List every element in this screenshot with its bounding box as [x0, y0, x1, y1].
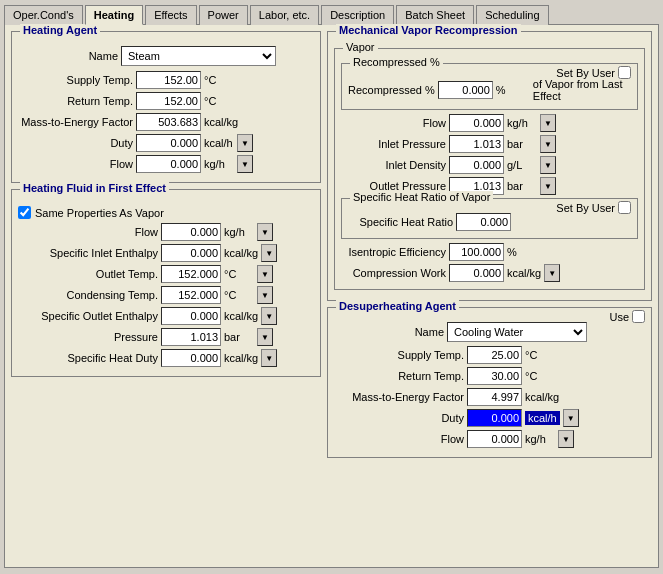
tab-bar: Oper.Cond's Heating Effects Power Labor,…	[0, 0, 663, 24]
duty-spin[interactable]: ▼	[237, 134, 253, 152]
ds-flow-input[interactable]	[467, 430, 522, 448]
inlet-pressure-input[interactable]	[449, 135, 504, 153]
flow-spin[interactable]: ▼	[237, 155, 253, 173]
flow-unit: kg/h	[204, 158, 234, 170]
condensing-temp-row: Condensing Temp. °C ▼	[18, 286, 314, 304]
heating-agent-title: Heating Agent	[20, 24, 100, 36]
spec-heat-spin[interactable]: ▼	[261, 349, 277, 367]
mvr-title: Mechanical Vapor Recompression	[336, 24, 521, 36]
spec-outlet-spin[interactable]: ▼	[261, 307, 277, 325]
condensing-temp-spin[interactable]: ▼	[257, 286, 273, 304]
flow-row: Flow kg/h ▼	[18, 155, 314, 173]
same-props-checkbox[interactable]	[18, 206, 31, 219]
tab-description[interactable]: Description	[321, 5, 394, 25]
return-temp-unit: °C	[204, 95, 234, 107]
tab-operconds[interactable]: Oper.Cond's	[4, 5, 83, 25]
ds-mass-energy-input[interactable]	[467, 388, 522, 406]
ds-return-unit: °C	[525, 370, 555, 382]
mvr-group: Mechanical Vapor Recompression Vapor Rec…	[327, 31, 652, 301]
pressure-input[interactable]	[161, 328, 221, 346]
ds-duty-input[interactable]	[467, 409, 522, 427]
duty-unit: kcal/h	[204, 137, 234, 149]
supply-temp-input[interactable]	[136, 71, 201, 89]
ds-supply-input[interactable]	[467, 346, 522, 364]
outlet-temp-label: Outlet Temp.	[18, 268, 158, 280]
mass-energy-input[interactable]	[136, 113, 201, 131]
spec-heat-ratio-label: Specific Heat Ratio	[348, 216, 453, 228]
spec-inlet-spin[interactable]: ▼	[261, 244, 277, 262]
hf-flow-input[interactable]	[161, 223, 221, 241]
mvr-flow-spin[interactable]: ▼	[540, 114, 556, 132]
outlet-pressure-spin[interactable]: ▼	[540, 177, 556, 195]
outlet-temp-row: Outlet Temp. °C ▼	[18, 265, 314, 283]
spec-inlet-row: Specific Inlet Enthalpy kcal/kg ▼	[18, 244, 314, 262]
main-content: Heating Agent Name Steam Supply Temp. °C…	[4, 24, 659, 568]
spec-outlet-input[interactable]	[161, 307, 221, 325]
pressure-spin[interactable]: ▼	[257, 328, 273, 346]
tab-heating[interactable]: Heating	[85, 5, 143, 25]
tab-effects[interactable]: Effects	[145, 5, 196, 25]
tab-labor[interactable]: Labor, etc.	[250, 5, 319, 25]
duty-label: Duty	[18, 137, 133, 149]
compression-row: Compression Work kcal/kg ▼	[341, 264, 638, 282]
duty-input[interactable]	[136, 134, 201, 152]
flow-label: Flow	[18, 158, 133, 170]
spec-heat-input[interactable]	[161, 349, 221, 367]
supply-temp-row: Supply Temp. °C	[18, 71, 314, 89]
ds-return-label: Return Temp.	[334, 370, 464, 382]
ds-name-select[interactable]: Cooling Water	[447, 322, 587, 342]
hf-flow-spin[interactable]: ▼	[257, 223, 273, 241]
inlet-pressure-spin[interactable]: ▼	[540, 135, 556, 153]
spec-outlet-label: Specific Outlet Enthalpy	[18, 310, 158, 322]
ds-name-row: Name Cooling Water	[334, 322, 645, 342]
ds-flow-row: Flow kg/h ▼	[334, 430, 645, 448]
ds-duty-spin[interactable]: ▼	[563, 409, 579, 427]
tab-batchsheet[interactable]: Batch Sheet	[396, 5, 474, 25]
recompressed-input[interactable]	[438, 81, 493, 99]
right-panel: Mechanical Vapor Recompression Vapor Rec…	[327, 31, 652, 561]
spec-heat-set-by-user-checkbox[interactable]	[618, 201, 631, 214]
heating-agent-name-select[interactable]: Steam	[121, 46, 276, 66]
mvr-flow-input[interactable]	[449, 114, 504, 132]
return-temp-label: Return Temp.	[18, 95, 133, 107]
return-temp-input[interactable]	[136, 92, 201, 110]
compression-label: Compression Work	[341, 267, 446, 279]
outlet-temp-spin[interactable]: ▼	[257, 265, 273, 283]
ds-mass-energy-label: Mass-to-Energy Factor	[334, 391, 464, 403]
tab-scheduling[interactable]: Scheduling	[476, 5, 548, 25]
inlet-density-spin[interactable]: ▼	[540, 156, 556, 174]
isentropic-label: Isentropic Efficiency	[341, 246, 446, 258]
tab-power[interactable]: Power	[199, 5, 248, 25]
recompressed-label: Recompressed %	[348, 84, 435, 96]
ds-flow-spin[interactable]: ▼	[558, 430, 574, 448]
spec-heat-row: Specific Heat Duty kcal/kg ▼	[18, 349, 314, 367]
spec-inlet-input[interactable]	[161, 244, 221, 262]
isentropic-unit: %	[507, 246, 537, 258]
ds-flow-unit: kg/h	[525, 433, 555, 445]
ds-return-input[interactable]	[467, 367, 522, 385]
inlet-density-row: Inlet Density g/L ▼	[341, 156, 638, 174]
use-checkbox[interactable]	[632, 310, 645, 323]
return-temp-row: Return Temp. °C	[18, 92, 314, 110]
inlet-density-input[interactable]	[449, 156, 504, 174]
flow-input[interactable]	[136, 155, 201, 173]
spec-heat-ratio-input[interactable]	[456, 213, 511, 231]
outlet-pressure-unit: bar	[507, 180, 537, 192]
hf-flow-row: Flow kg/h ▼	[18, 223, 314, 241]
compression-spin[interactable]: ▼	[544, 264, 560, 282]
same-props-row: Same Properties As Vapor	[18, 206, 314, 219]
recompressed-row: Recompressed % % of Vapor from Last Effe…	[348, 78, 631, 102]
outlet-temp-input[interactable]	[161, 265, 221, 283]
spec-outlet-unit: kcal/kg	[224, 310, 258, 322]
supply-temp-label: Supply Temp.	[18, 74, 133, 86]
vapor-from-label: of Vapor from Last Effect	[533, 78, 631, 102]
inlet-pressure-label: Inlet Pressure	[341, 138, 446, 150]
recompressed-sub-title: Recompressed %	[350, 56, 443, 68]
condensing-temp-input[interactable]	[161, 286, 221, 304]
ds-name-label: Name	[334, 326, 444, 338]
set-by-user-checkbox[interactable]	[618, 66, 631, 79]
isentropic-input[interactable]	[449, 243, 504, 261]
duty-row: Duty kcal/h ▼	[18, 134, 314, 152]
compression-input[interactable]	[449, 264, 504, 282]
ds-supply-unit: °C	[525, 349, 555, 361]
